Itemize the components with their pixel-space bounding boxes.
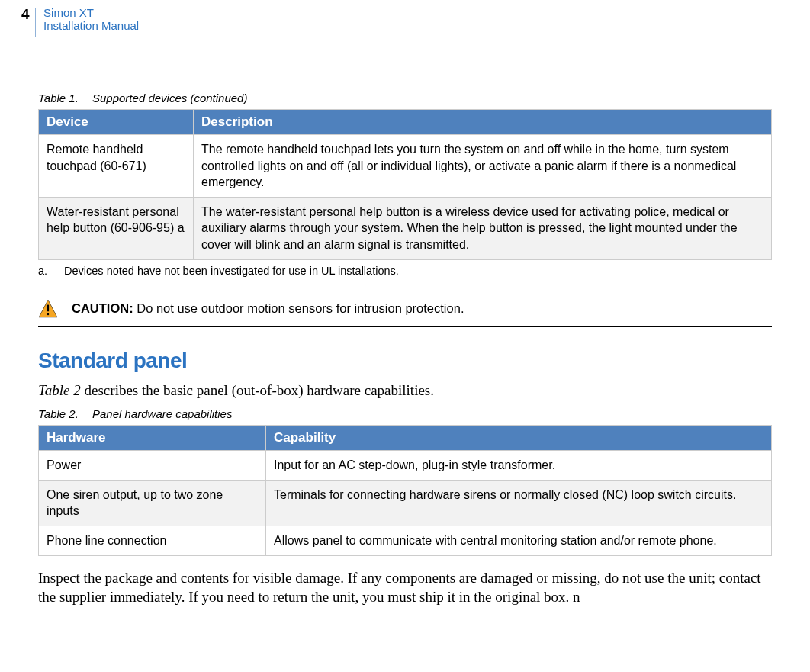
table-row: Remote handheld touchpad (60-671) The re…	[39, 135, 772, 198]
table1-cell-device: Water-resistant personal help button (60…	[39, 197, 194, 259]
table1-cell-description: The remote handheld touchpad lets you tu…	[194, 135, 772, 198]
table2-header-capability: Capability	[266, 426, 772, 451]
footnote-mark: a.	[38, 265, 61, 277]
table-row: Water-resistant personal help button (60…	[39, 197, 772, 259]
table2-cell-capability: Allows panel to communicate with central…	[266, 526, 772, 555]
table1-caption-title: Supported devices (continued)	[92, 92, 247, 104]
table1-caption-num: Table 1.	[38, 92, 89, 104]
caution-box: CAUTION: Do not use outdoor motion senso…	[38, 291, 772, 327]
table1-cell-description: The water-resistant personal help button…	[194, 197, 772, 259]
table2-reference: Table 2	[38, 382, 81, 398]
header-titles: Simon XT Installation Manual	[43, 3, 139, 33]
table1: Device Description Remote handheld touch…	[38, 109, 772, 260]
table2-caption: Table 2. Panel hardware capabilities	[38, 407, 772, 420]
table2-cell-hardware: Phone line connection	[39, 526, 266, 555]
table2-caption-num: Table 2.	[38, 407, 89, 420]
caution-body: Do not use outdoor motion sensors for in…	[133, 301, 464, 315]
table2-cell-capability: Input for an AC step-down, plug-in style…	[266, 451, 772, 481]
table1-header-row: Device Description	[39, 110, 772, 135]
svg-rect-2	[47, 313, 49, 315]
caution-icon	[38, 299, 58, 319]
table1-caption: Table 1. Supported devices (continued)	[38, 92, 772, 104]
table2: Hardware Capability Power Input for an A…	[38, 425, 772, 555]
doc-title: Simon XT	[43, 6, 139, 19]
page-header: 4 Simon XT Installation Manual	[21, 0, 789, 37]
caution-text: CAUTION: Do not use outdoor motion senso…	[72, 301, 464, 316]
table-row: Power Input for an AC step-down, plug-in…	[39, 451, 772, 481]
intro-paragraph-tail: describes the basic panel (out-of-box) h…	[81, 382, 434, 398]
page: 4 Simon XT Installation Manual Table 1. …	[0, 0, 810, 672]
table2-cell-hardware: One siren output, up to two zone inputs	[39, 480, 266, 526]
table1-header-description: Description	[194, 110, 772, 135]
table-row: One siren output, up to two zone inputs …	[39, 480, 772, 526]
table1-header-device: Device	[39, 110, 194, 135]
doc-subtitle: Installation Manual	[43, 19, 139, 32]
intro-paragraph: Table 2 describes the basic panel (out-o…	[38, 381, 772, 400]
content-area: Table 1. Supported devices (continued) D…	[21, 37, 789, 607]
table2-cell-capability: Terminals for connecting hardware sirens…	[266, 480, 772, 526]
table2-caption-title: Panel hardware capabilities	[92, 407, 232, 420]
table-row: Phone line connection Allows panel to co…	[39, 526, 772, 555]
table2-header-row: Hardware Capability	[39, 426, 772, 451]
table1-footnote: a. Devices noted have not been investiga…	[38, 265, 772, 277]
footnote-text: Devices noted have not been investigated…	[64, 265, 399, 277]
table1-cell-device: Remote handheld touchpad (60-671)	[39, 135, 194, 198]
svg-rect-1	[47, 304, 49, 311]
table2-header-hardware: Hardware	[39, 426, 266, 451]
page-number: 4	[21, 3, 29, 23]
table2-cell-hardware: Power	[39, 451, 266, 481]
header-divider	[35, 8, 36, 37]
trailing-paragraph: Inspect the package and contents for vis…	[38, 568, 772, 607]
section-heading: Standard panel	[38, 349, 772, 373]
caution-label: CAUTION:	[72, 301, 133, 315]
